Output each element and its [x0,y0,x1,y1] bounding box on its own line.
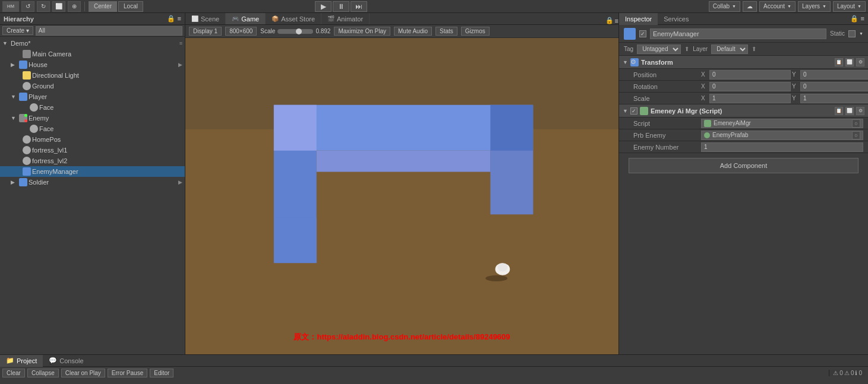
svg-marker-5 [490,151,533,215]
script-component-header[interactable]: ▼ ✓ Emeney Ai Mgr (Script) 📋 ⬜ ⚙ [619,104,868,118]
toolbar-btn-rect[interactable]: ⬜ [52,1,65,12]
scale-xyz: X Y Z [701,94,868,103]
lock-icon[interactable]: 🔒 [167,15,175,23]
static-dropdown-arrow[interactable]: ▼ [859,31,863,36]
tab-services[interactable]: Services [658,13,695,25]
list-item[interactable]: EnemyManager [0,166,185,177]
scale-y-input[interactable] [800,94,868,103]
list-item[interactable]: ▶ Soldier ▶ [0,177,185,188]
clear-on-play-button[interactable]: Clear on Play [61,369,105,377]
script-prop-value: EmeneyAiMgr ○ [701,119,863,128]
settings-icon[interactable]: ⚙ [856,58,864,66]
prb-enemy-link-button[interactable]: ○ [852,131,860,139]
enemy-number-input[interactable] [701,142,863,152]
layer-select[interactable]: Default [711,45,748,54]
script-link-button[interactable]: ○ [852,119,860,128]
sphere-icon [30,103,38,112]
list-item[interactable]: Face [0,123,185,134]
mute-audio-toggle[interactable]: Mute Audio [394,27,432,36]
expand-arrow: ▼ [11,94,18,100]
tab-console[interactable]: 💬 Console [43,355,89,367]
collab-dropdown[interactable]: Collab ▼ [709,1,740,12]
local-toggle[interactable]: Local [118,1,143,12]
scale-x-input[interactable] [709,94,791,103]
layers-dropdown[interactable]: Layers ▼ [798,1,831,12]
script-active-checkbox[interactable]: ✓ [630,107,637,115]
position-x-input[interactable] [709,70,791,80]
tab-project[interactable]: 📁 Project [0,355,43,367]
list-item[interactable]: fortress_lvl2 [0,155,185,166]
cloud-button[interactable]: ☁ [743,1,757,12]
stats-button[interactable]: Stats [435,27,457,36]
item-label: Directional Light [32,72,79,79]
tab-animator[interactable]: 🎬 Animator [321,13,370,24]
list-item[interactable]: HomePos [0,134,185,145]
rotation-x-input[interactable] [709,82,791,91]
asset-icon: 📦 [272,15,279,22]
object-name-input[interactable] [650,28,826,39]
gizmos-dropdown[interactable]: Gizmos [461,27,490,36]
play-button[interactable]: ▶ [315,1,332,12]
create-button[interactable]: Create ▾ [2,26,33,35]
lock-icon[interactable]: 🔒 [605,17,614,24]
pause-button[interactable]: ⏸ [333,1,349,12]
expand-arrow: ▶ [11,179,18,185]
rotation-y-input[interactable] [800,82,868,91]
item-label: Main Camera [32,50,71,58]
transform-icon: ⚙ [630,58,639,66]
toolbar-btn-undo[interactable]: ↺ [21,1,34,12]
list-item[interactable]: ▼ Demo* ≡ [0,38,185,49]
list-item[interactable]: ▼ Player [0,91,185,102]
expand-icon[interactable]: ⬜ [845,58,854,66]
tag-select[interactable]: Untagged [637,45,681,54]
settings-icon[interactable]: ⚙ [856,107,864,115]
search-input[interactable] [36,26,182,36]
hierarchy-toolbar: Create ▾ [0,25,185,37]
error-pause-button[interactable]: Error Pause [108,369,147,377]
tab-scene[interactable]: ⬜ Scene [185,13,226,24]
static-checkbox[interactable] [848,30,856,37]
toolbar-btn-transform[interactable]: ⊕ [68,1,81,12]
item-label: EnemyManager [32,168,78,175]
resolution-dropdown[interactable]: 800×600 [225,27,257,36]
tab-asset-store[interactable]: 📦 Asset Store [266,13,321,24]
tab-game-label: Game [241,15,259,23]
inspector-tabs: Inspector Services 🔒 ≡ [619,13,868,25]
active-checkbox[interactable]: ✓ [639,30,646,37]
list-item[interactable]: ▶ House ▶ [0,59,185,70]
expand-icon[interactable]: ⬜ [845,107,854,115]
account-dropdown[interactable]: Account ▼ [759,1,796,12]
position-x-item: X [701,70,791,80]
list-item[interactable]: Directional Light [0,70,185,81]
collapse-button[interactable]: Collapse [27,369,59,377]
tab-game[interactable]: 🎮 Game [226,13,266,24]
display-dropdown[interactable]: Display 1 [189,27,222,36]
console-icon: 💬 [49,357,57,364]
clear-button[interactable]: Clear [2,369,25,377]
add-component-button[interactable]: Add Component [629,158,858,173]
list-item[interactable]: Face [0,102,185,113]
paste-icon[interactable]: 📋 [835,58,843,66]
toolbar-btn-redo[interactable]: ↻ [37,1,50,12]
bottom-tabs: 📁 Project 💬 Console [0,355,868,367]
list-item[interactable]: Ground [0,81,185,91]
menu-icon[interactable]: ≡ [861,15,864,23]
list-item[interactable]: Main Camera [0,49,185,59]
paste-icon[interactable]: 📋 [835,107,843,115]
scale-slider[interactable] [277,29,313,34]
position-y-input[interactable] [800,70,868,80]
menu-icon[interactable]: ≡ [178,15,181,23]
lock-icon[interactable]: 🔒 [850,15,858,23]
maximize-on-play-toggle[interactable]: Maximize On Play [334,27,390,36]
layout-dropdown[interactable]: Layout ▼ [833,1,866,12]
step-button[interactable]: ⏭ [351,1,367,12]
tab-inspector[interactable]: Inspector [619,13,658,25]
list-item[interactable]: fortress_lvl1 [0,145,185,155]
transform-component-header[interactable]: ▼ ⚙ Transform 📋 ⬜ ⚙ [619,56,868,69]
center-toggle[interactable]: Center [89,1,117,12]
game-viewport[interactable]: 原文：https://aladdin.blog.csdn.net/article… [185,38,618,354]
x-axis-label: X [701,95,708,101]
account-arrow: ▼ [787,4,791,8]
list-item[interactable]: ▼ Enemy [0,113,185,123]
editor-button[interactable]: Editor [150,369,173,377]
